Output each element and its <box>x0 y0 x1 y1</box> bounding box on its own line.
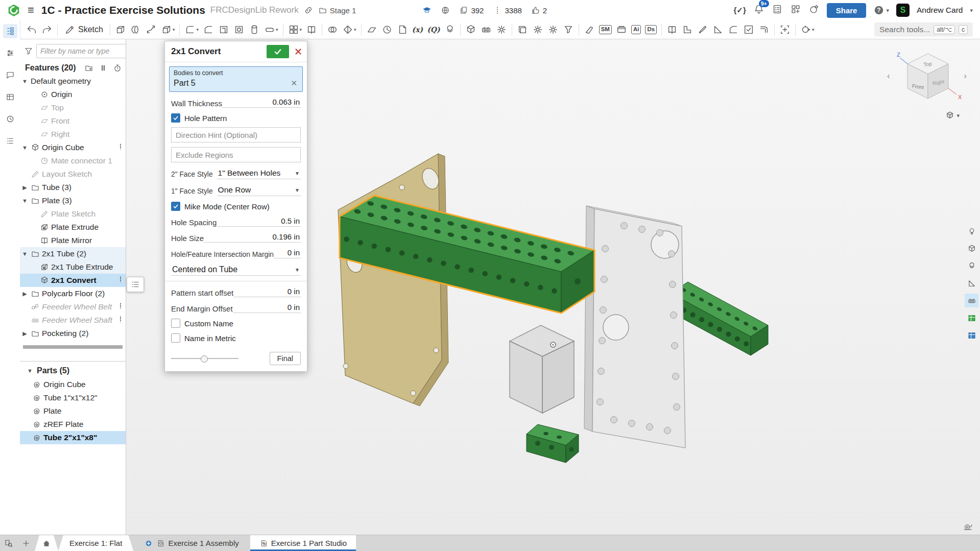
feature-row-pocketing-2[interactable]: ▶Pocketing (2) <box>20 327 126 340</box>
tool-linear-pattern[interactable]: ▾ <box>286 22 304 37</box>
feature-row-default-geometry[interactable]: ▼Default geometry <box>20 75 126 88</box>
expander-closed-icon[interactable]: ▶ <box>20 330 30 337</box>
copy-link-icon[interactable] <box>304 6 313 15</box>
home-tab-button[interactable] <box>35 535 58 551</box>
feature-row-origin-cube[interactable]: ▼Origin Cube <box>20 141 126 154</box>
panel-custom-tables[interactable] <box>3 90 17 104</box>
featurescript-icon[interactable]: {✓} <box>734 6 746 15</box>
part-small-tube[interactable] <box>527 424 579 463</box>
view-cube[interactable]: Top Front Right Z X ‹ › ▾ <box>887 44 969 121</box>
clear-selection-icon[interactable]: ✕ <box>290 79 298 88</box>
feature-row-layout-sketch[interactable]: Layout Sketch <box>20 167 126 181</box>
tool-slot[interactable]: ▾ <box>262 22 280 37</box>
view-export-button[interactable] <box>965 242 978 255</box>
tool-composite[interactable] <box>442 22 458 37</box>
bodies-to-convert-field[interactable]: Bodies to convert Part 5 ✕ <box>169 66 303 92</box>
custom-name-checkbox[interactable]: Custom Name <box>171 319 301 328</box>
sketch-button[interactable]: Sketch <box>60 22 107 37</box>
cancel-button[interactable] <box>294 47 303 56</box>
feature-row-plate-3[interactable]: ▼Plate (3) <box>20 194 126 207</box>
tool-settings-gear[interactable] <box>545 22 561 37</box>
feature-row-2x1-tube-2[interactable]: ▼2x1 Tube (2) <box>20 247 126 260</box>
tool-revolve[interactable] <box>128 22 144 37</box>
tool-assistant[interactable]: ▾ <box>798 22 817 37</box>
display-options-button[interactable] <box>965 224 978 238</box>
tool-gear-knob[interactable] <box>494 22 509 37</box>
wall-thickness-input[interactable]: 0.063 in <box>222 98 301 108</box>
part-row-tube-2-x1-x8[interactable]: Tube 2"x1"x8" <box>20 431 126 444</box>
tool-filter-funnel[interactable] <box>561 22 576 37</box>
tool-sheet-bend[interactable] <box>582 22 597 37</box>
likes-count[interactable]: 2 <box>531 6 547 15</box>
tool-sheet-metal[interactable]: SM <box>597 23 614 36</box>
hole-pattern-checkbox[interactable]: Hole Pattern <box>171 113 301 123</box>
add-tab-button[interactable] <box>17 535 35 551</box>
regen-timer-button[interactable] <box>113 63 122 73</box>
public-badge[interactable] <box>441 6 450 15</box>
rollback-pause-button[interactable] <box>99 63 108 73</box>
add-folder-button[interactable] <box>84 63 93 73</box>
rotate-right-icon[interactable]: › <box>964 71 967 81</box>
expander-open-icon[interactable]: ▼ <box>20 251 30 257</box>
tool-lookup[interactable]: (Q) <box>425 24 442 35</box>
expander-open-icon[interactable]: ▼ <box>20 198 30 204</box>
tool-variable[interactable]: (x) <box>410 24 425 35</box>
expander-closed-icon[interactable]: ▶ <box>20 184 30 191</box>
copies-count[interactable]: 392 <box>459 6 484 15</box>
apps-button[interactable] <box>790 4 801 17</box>
preview-slider[interactable] <box>171 355 238 362</box>
expander-closed-icon[interactable]: ▶ <box>20 291 30 297</box>
view-menu-button[interactable]: ▾ <box>945 111 960 120</box>
help-button[interactable]: ? ▾ <box>873 5 889 16</box>
feature-row-polycarb-floor-2[interactable]: ▶Polycarb Floor (2) <box>20 287 126 300</box>
green-table-button[interactable] <box>965 311 978 325</box>
tool-plate-gen[interactable] <box>515 22 530 37</box>
part-1x1-tube[interactable] <box>671 282 768 355</box>
feature-row-top[interactable]: Top <box>20 101 126 114</box>
rollback-bar[interactable] <box>23 345 123 349</box>
part-transparent-cube[interactable] <box>510 325 574 413</box>
tab-exercise-1-part-studio[interactable]: Exercise 1 Part Studio <box>250 535 356 551</box>
tool-extrude[interactable] <box>113 22 128 37</box>
expander-open-icon[interactable]: ▼ <box>20 78 30 84</box>
panel-versions[interactable] <box>3 112 17 126</box>
panel-configurations[interactable] <box>3 46 17 60</box>
direction-hint-input[interactable] <box>171 127 301 142</box>
feature-row-right[interactable]: Right <box>20 128 126 141</box>
notifications-button[interactable]: 9+ <box>753 4 764 17</box>
rotate-left-icon[interactable]: ‹ <box>887 71 890 81</box>
feature-menu-handle[interactable] <box>116 142 124 153</box>
face2-select[interactable]: 1" Between Holes ▼ <box>217 169 301 179</box>
feature-row-origin[interactable]: Origin <box>20 88 126 101</box>
blue-table-button[interactable] <box>965 328 978 342</box>
end-margin-input[interactable]: 0 in <box>233 303 301 313</box>
tool-export-dxf[interactable] <box>395 22 410 37</box>
tool-thread[interactable] <box>247 22 262 37</box>
share-button[interactable]: Share <box>827 3 867 18</box>
tasks-button[interactable] <box>772 4 783 17</box>
tool-loft[interactable]: ▾ <box>159 22 177 37</box>
breadcrumb-folder[interactable]: Stage 1 <box>318 6 356 15</box>
tab-exercise-1-flat[interactable]: Exercise 1: Flat <box>58 535 133 551</box>
tool-hole[interactable] <box>231 22 247 37</box>
exclude-regions-input[interactable] <box>171 147 301 162</box>
part-gray-plate[interactable] <box>584 206 685 448</box>
feature-row-mate-connector-1[interactable]: Mate connector 1 <box>20 154 126 167</box>
redo-button[interactable] <box>39 22 55 37</box>
name-in-metric-checkbox[interactable]: Name in Metric <box>171 333 301 343</box>
tool-ds-feature[interactable]: Ds <box>643 23 659 36</box>
learning-badge[interactable] <box>422 6 432 15</box>
tool-split[interactable]: ▾ <box>340 22 358 37</box>
centered-select[interactable]: Centered on Tube ▼ <box>171 265 301 276</box>
slider-knob[interactable] <box>201 355 208 363</box>
search-tools[interactable]: Search tools... alt/⌥ c <box>874 22 973 37</box>
tool-tube-bend[interactable] <box>756 22 772 37</box>
tool-shell[interactable] <box>216 22 231 37</box>
tool-plane[interactable] <box>364 22 379 37</box>
feature-menu-handle[interactable] <box>116 275 124 285</box>
tool-fillet[interactable]: ▾ <box>182 22 201 37</box>
tool-deburr[interactable] <box>695 22 710 37</box>
tool-ai-feature[interactable]: Ai <box>629 23 643 36</box>
feature-menu-handle[interactable] <box>116 302 124 312</box>
view-frame-button[interactable] <box>965 276 978 290</box>
